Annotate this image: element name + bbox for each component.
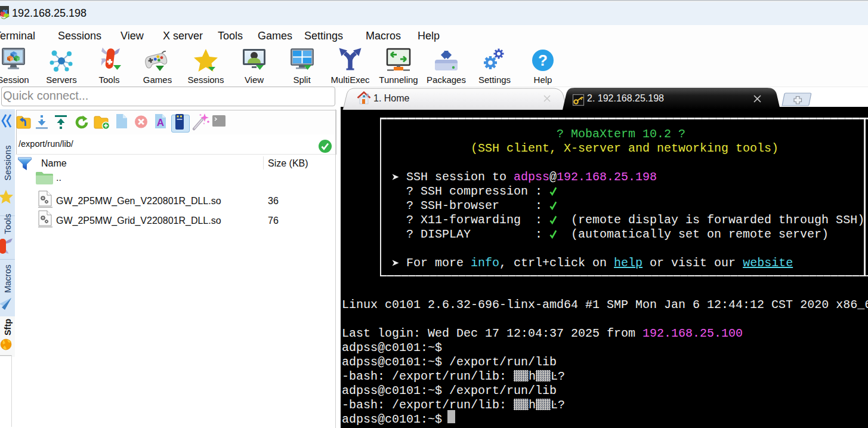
svg-text:A: A [157, 117, 164, 128]
svg-text:?: ? [538, 51, 548, 69]
